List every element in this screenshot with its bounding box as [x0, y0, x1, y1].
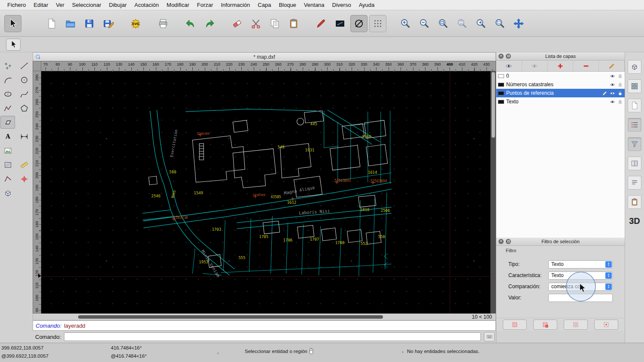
show-all-layers-button[interactable] [496, 60, 522, 71]
menu-item-ver[interactable]: Ver [52, 2, 68, 8]
tool-lines-button[interactable] [17, 59, 31, 72]
tool-snap-button[interactable] [17, 172, 31, 185]
filter-select-matching-button[interactable] [503, 320, 527, 330]
tool-circles-button[interactable] [17, 73, 31, 86]
tipo-select[interactable]: Texto▲▼ [548, 260, 613, 268]
tool-shapes-button[interactable] [17, 102, 31, 115]
layer-row-texto[interactable]: Texto [496, 97, 625, 106]
draft-mode-button[interactable] [350, 15, 368, 32]
close-filter-panel-icon[interactable]: × [498, 239, 504, 244]
menu-item-informacion[interactable]: Información [217, 2, 254, 8]
panel-document-button[interactable] [628, 99, 641, 112]
lock-icon[interactable] [617, 73, 623, 79]
menu-item-bloque[interactable]: Bloque [275, 2, 300, 8]
valor-input[interactable] [548, 294, 613, 302]
zoom-in-button[interactable] [397, 15, 414, 32]
panel-library-button[interactable] [628, 157, 641, 170]
panel-solids-button[interactable] [628, 60, 641, 74]
zoom-redraw-button[interactable] [453, 15, 471, 32]
panel-selection-filter-button[interactable] [628, 137, 641, 151]
command-input[interactable] [64, 332, 481, 341]
menu-item-capa[interactable]: Capa [254, 2, 275, 8]
save-button[interactable] [81, 15, 98, 32]
tool-splines-button[interactable] [17, 87, 31, 100]
select-button[interactable] [4, 15, 21, 32]
lock-icon[interactable] [617, 90, 623, 96]
stepper-arrows-icon[interactable]: ▲▼ [605, 284, 612, 290]
horizontal-scrollbar-thumb[interactable] [78, 315, 383, 319]
attributes-button[interactable] [331, 15, 349, 32]
menu-item-acotacion[interactable]: Acotación [131, 2, 163, 8]
tool-selection-tools-button[interactable] [0, 116, 15, 129]
stepper-arrows-icon[interactable]: ▲▼ [605, 261, 612, 268]
eye-icon[interactable] [610, 73, 615, 79]
menu-item-ventana[interactable]: Ventana [300, 2, 328, 8]
tool-measure-button[interactable] [17, 158, 31, 171]
print-preview-button[interactable] [155, 15, 172, 32]
eye-icon[interactable] [610, 90, 615, 96]
panel-layer-list-button[interactable] [628, 118, 641, 132]
tool-polylines-button[interactable] [0, 102, 15, 115]
hide-inactive-layers-button[interactable] [522, 60, 548, 71]
menu-item-forzar[interactable]: Forzar [193, 2, 217, 8]
undo-button[interactable] [182, 15, 199, 32]
menu-item-modificar[interactable]: Modificar [163, 2, 193, 8]
save-as-button[interactable] [100, 15, 117, 32]
filter-deselect-intersection-button[interactable] [594, 320, 618, 330]
tool-points-button[interactable] [0, 59, 15, 72]
drawing-canvas[interactable]: 4452360548193116145801549254643505161218… [41, 71, 490, 314]
lock-icon[interactable] [617, 99, 623, 105]
panel-properties-button[interactable] [628, 176, 641, 190]
new-file-button[interactable] [43, 15, 60, 32]
stepper-arrows-icon[interactable]: ▲▼ [605, 272, 612, 279]
horizontal-scrollbar[interactable] [36, 314, 459, 320]
menu-item-editar[interactable]: Editar [30, 2, 52, 8]
close-layer-panel-icon[interactable]: × [498, 54, 504, 59]
document-titlebar[interactable]: * map.dxf [33, 52, 496, 61]
zoom-out-button[interactable] [416, 15, 433, 32]
redo-button[interactable] [201, 15, 218, 32]
svg-export-button[interactable] [127, 15, 144, 32]
edit-pen-button[interactable] [313, 15, 330, 32]
filter-deselect-matching-button[interactable] [533, 320, 557, 330]
tool-modify-button[interactable] [0, 172, 15, 185]
tool-solids-button[interactable] [0, 187, 15, 199]
open-file-button[interactable] [62, 15, 79, 32]
panel-blocks-button[interactable] [628, 79, 641, 93]
layer-row-0[interactable]: 0 [496, 72, 625, 80]
add-layer-button[interactable] [548, 60, 574, 71]
detach-layer-panel-icon[interactable] [506, 54, 511, 59]
vertical-scrollbar-thumb[interactable] [492, 72, 495, 138]
paste-button[interactable] [285, 15, 302, 32]
selection-pointer-button[interactable] [6, 39, 21, 51]
erase-button[interactable] [228, 15, 246, 32]
keyboard-focus-button[interactable] [484, 332, 495, 341]
lock-icon[interactable] [617, 82, 623, 87]
eye-icon[interactable] [610, 82, 615, 87]
tool-arcs-button[interactable] [0, 73, 15, 86]
edit-layer-button[interactable] [599, 60, 625, 71]
menu-item-diverso[interactable]: Diverso [328, 2, 355, 8]
zoom-auto-button[interactable] [434, 15, 452, 32]
eye-icon[interactable] [610, 99, 615, 105]
vertical-scrollbar[interactable] [490, 71, 496, 314]
tool-text-button[interactable] [0, 130, 15, 143]
grid-toggle-button[interactable] [369, 15, 386, 32]
cut-button[interactable] [247, 15, 264, 32]
tool-images-button[interactable] [0, 144, 15, 157]
tool-hatches-button[interactable] [0, 158, 15, 171]
zoom-previous-button[interactable] [472, 15, 489, 32]
menu-item-seleccionar[interactable]: Seleccionar [68, 2, 105, 8]
menu-item-fichero[interactable]: Fichero [3, 2, 30, 8]
detach-filter-panel-icon[interactable] [506, 239, 511, 244]
remove-layer-button[interactable] [573, 60, 599, 71]
panel-clipboard-button[interactable] [628, 195, 641, 209]
tool-ellipses-button[interactable] [0, 87, 15, 100]
menu-item-ayuda[interactable]: Ayuda [355, 2, 379, 8]
copy-button[interactable] [266, 15, 283, 32]
filter-select-intersection-button[interactable] [564, 320, 588, 330]
layer-row-puntos-de-referencia[interactable]: Puntos de referencia [496, 89, 625, 97]
layer-row-numeros-catastrales[interactable]: Números catastrales [496, 80, 625, 89]
caracteristica-select[interactable]: Texto▲▼ [548, 272, 613, 280]
menu-item-dibujar[interactable]: Dibujar [105, 2, 131, 8]
